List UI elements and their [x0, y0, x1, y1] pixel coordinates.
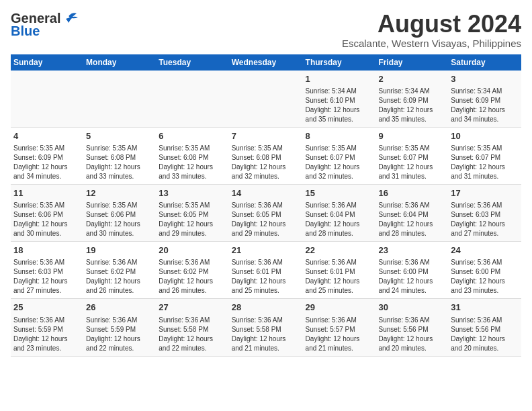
day-info: Sunrise: 5:35 AM: [86, 144, 153, 153]
day-info: Daylight: 12 hours: [232, 277, 300, 286]
day-info: and 32 minutes.: [232, 172, 300, 181]
day-number: 20: [159, 244, 226, 257]
calendar-week-row: 25Sunrise: 5:36 AMSunset: 5:59 PMDayligh…: [11, 299, 521, 356]
day-info: and 24 minutes.: [379, 286, 446, 295]
day-number: 16: [379, 187, 446, 199]
day-info: Daylight: 12 hours: [13, 334, 81, 344]
calendar-cell: [11, 71, 83, 128]
day-info: Sunset: 6:09 PM: [451, 96, 519, 105]
day-info: Sunrise: 5:35 AM: [232, 144, 300, 153]
day-number: 1: [306, 73, 373, 85]
day-info: and 25 minutes.: [306, 286, 373, 295]
weekday-header: Sunday: [11, 54, 83, 71]
day-info: Sunset: 5:59 PM: [13, 325, 81, 334]
day-info: and 20 minutes.: [451, 344, 519, 353]
day-info: Sunset: 6:00 PM: [451, 267, 519, 277]
calendar-cell: 24Sunrise: 5:36 AMSunset: 6:00 PMDayligh…: [448, 242, 521, 299]
day-info: Sunrise: 5:34 AM: [379, 87, 446, 96]
day-number: 27: [159, 302, 226, 314]
day-info: and 33 minutes.: [86, 172, 153, 181]
day-number: 24: [451, 244, 519, 257]
day-info: and 30 minutes.: [13, 229, 81, 238]
calendar-cell: [83, 71, 156, 128]
day-info: Sunset: 6:06 PM: [13, 210, 81, 220]
day-info: Sunset: 6:10 PM: [306, 96, 373, 105]
calendar-cell: 18Sunrise: 5:36 AMSunset: 6:03 PMDayligh…: [11, 242, 83, 299]
day-info: Sunrise: 5:35 AM: [306, 144, 373, 153]
day-info: Sunrise: 5:36 AM: [451, 316, 519, 325]
day-number: 5: [86, 130, 153, 142]
day-number: 25: [13, 302, 81, 314]
day-info: Sunrise: 5:36 AM: [159, 258, 226, 267]
day-info: and 35 minutes.: [306, 115, 373, 124]
day-number: 17: [451, 187, 519, 199]
day-info: and 26 minutes.: [159, 286, 226, 295]
day-number: 26: [86, 302, 153, 314]
calendar-cell: 22Sunrise: 5:36 AMSunset: 6:01 PMDayligh…: [303, 242, 376, 299]
day-info: Sunrise: 5:34 AM: [451, 87, 519, 96]
day-info: and 20 minutes.: [379, 344, 446, 353]
calendar-cell: 21Sunrise: 5:36 AMSunset: 6:01 PMDayligh…: [229, 242, 303, 299]
day-number: 28: [232, 302, 300, 314]
day-info: Sunrise: 5:35 AM: [13, 201, 81, 210]
day-info: Sunrise: 5:34 AM: [306, 87, 373, 96]
calendar-cell: 29Sunrise: 5:36 AMSunset: 5:57 PMDayligh…: [303, 299, 376, 356]
calendar-cell: 1Sunrise: 5:34 AMSunset: 6:10 PMDaylight…: [303, 71, 376, 128]
day-info: Sunset: 5:59 PM: [86, 325, 153, 334]
calendar-cell: 3Sunrise: 5:34 AMSunset: 6:09 PMDaylight…: [448, 71, 521, 128]
calendar-week-row: 4Sunrise: 5:35 AMSunset: 6:09 PMDaylight…: [11, 127, 521, 184]
day-info: Daylight: 12 hours: [232, 334, 300, 344]
day-info: and 26 minutes.: [86, 286, 153, 295]
day-number: 14: [232, 187, 300, 199]
calendar-cell: 8Sunrise: 5:35 AMSunset: 6:07 PMDaylight…: [303, 127, 376, 184]
day-info: and 27 minutes.: [451, 229, 519, 238]
day-info: Sunset: 6:04 PM: [306, 210, 373, 220]
day-info: Sunset: 6:03 PM: [13, 267, 81, 277]
day-info: Sunrise: 5:35 AM: [379, 144, 446, 153]
calendar-cell: [156, 71, 228, 128]
day-number: 2: [379, 73, 446, 85]
day-number: 8: [306, 130, 373, 142]
day-info: Daylight: 12 hours: [159, 163, 226, 172]
day-info: Daylight: 12 hours: [232, 220, 300, 229]
day-info: and 27 minutes.: [13, 286, 81, 295]
day-info: Daylight: 12 hours: [13, 277, 81, 286]
title-area: August 2024 Escalante, Western Visayas, …: [342, 11, 521, 49]
day-info: and 30 minutes.: [86, 229, 153, 238]
day-info: and 23 minutes.: [451, 286, 519, 295]
day-info: Sunrise: 5:36 AM: [379, 201, 446, 210]
day-info: Sunset: 6:09 PM: [13, 153, 81, 163]
day-info: Sunrise: 5:36 AM: [306, 201, 373, 210]
day-number: 21: [232, 244, 300, 257]
day-info: Sunrise: 5:36 AM: [232, 316, 300, 325]
calendar-cell: 4Sunrise: 5:35 AMSunset: 6:09 PMDaylight…: [11, 127, 83, 184]
day-info: Daylight: 12 hours: [306, 277, 373, 286]
day-info: Sunset: 5:58 PM: [159, 325, 226, 334]
calendar-cell: 7Sunrise: 5:35 AMSunset: 6:08 PMDaylight…: [229, 127, 303, 184]
day-number: 30: [379, 302, 446, 314]
calendar-cell: 12Sunrise: 5:35 AMSunset: 6:06 PMDayligh…: [83, 184, 156, 241]
day-info: Sunset: 6:04 PM: [379, 210, 446, 220]
day-info: Sunset: 6:06 PM: [86, 210, 153, 220]
day-info: Daylight: 12 hours: [86, 277, 153, 286]
day-info: Sunset: 6:07 PM: [306, 153, 373, 163]
weekday-header: Wednesday: [229, 54, 303, 71]
day-number: 22: [306, 244, 373, 257]
day-info: Daylight: 12 hours: [451, 220, 519, 229]
day-info: Daylight: 12 hours: [159, 220, 226, 229]
day-info: Daylight: 12 hours: [379, 163, 446, 172]
day-info: Daylight: 12 hours: [451, 277, 519, 286]
calendar-header-row: SundayMondayTuesdayWednesdayThursdayFrid…: [11, 54, 521, 71]
day-info: Sunrise: 5:35 AM: [13, 144, 81, 153]
calendar-week-row: 18Sunrise: 5:36 AMSunset: 6:03 PMDayligh…: [11, 242, 521, 299]
calendar-week-row: 11Sunrise: 5:35 AMSunset: 6:06 PMDayligh…: [11, 184, 521, 241]
day-info: Sunrise: 5:35 AM: [159, 144, 226, 153]
day-number: 3: [451, 73, 519, 85]
calendar-cell: 10Sunrise: 5:35 AMSunset: 6:07 PMDayligh…: [448, 127, 521, 184]
weekday-header: Saturday: [448, 54, 521, 71]
day-number: 13: [159, 187, 226, 199]
day-number: 18: [13, 244, 81, 257]
day-number: 10: [451, 130, 519, 142]
day-info: and 25 minutes.: [232, 286, 300, 295]
day-info: Sunrise: 5:36 AM: [13, 258, 81, 267]
